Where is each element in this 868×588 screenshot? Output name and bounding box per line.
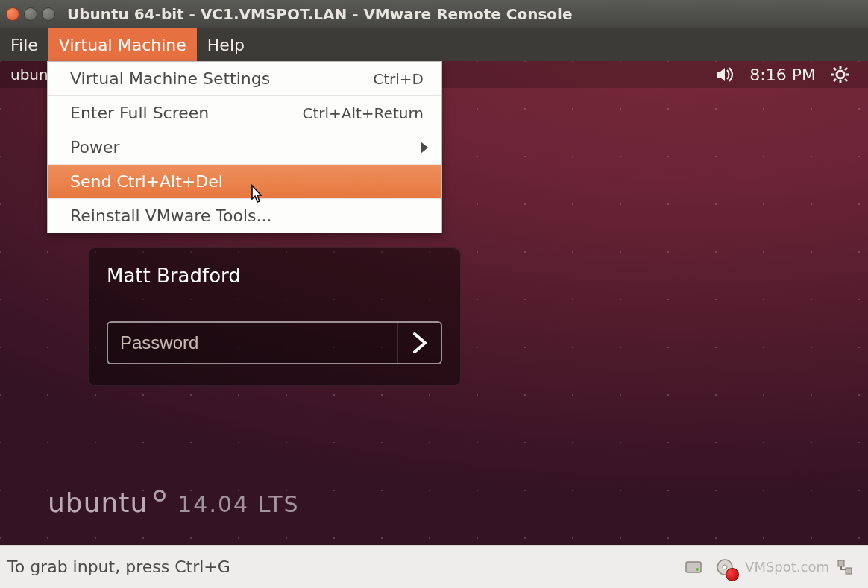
svg-line-5 [834, 68, 836, 70]
svg-point-12 [723, 565, 727, 569]
svg-line-7 [845, 68, 847, 70]
gear-icon[interactable] [831, 65, 850, 84]
menubar: File Virtual Machine Help [0, 28, 868, 61]
watermark: VMSpot.com [745, 559, 829, 575]
menu-item-label: Virtual Machine Settings [70, 69, 270, 88]
statusbar-hint: To grab input, press Ctrl+G [7, 557, 230, 576]
ubuntu-version: 14.04 LTS [177, 491, 299, 517]
svg-rect-9 [686, 562, 701, 572]
menu-item-label: Power [70, 138, 120, 157]
password-field-wrap [107, 321, 442, 364]
panel-left-label: ubun [10, 66, 48, 83]
menu-virtual-machine[interactable]: Virtual Machine [48, 28, 197, 61]
login-card: Matt Bradford [88, 247, 461, 386]
network-icon[interactable] [834, 556, 856, 578]
svg-rect-13 [838, 560, 844, 566]
menu-item-label: Reinstall VMware Tools... [70, 206, 271, 225]
virtual-machine-menu-dropdown: Virtual Machine Settings Ctrl+D Enter Fu… [47, 61, 442, 233]
window-title: Ubuntu 64-bit - VC1.VMSPOT.LAN - VMware … [67, 5, 573, 23]
login-submit-button[interactable] [397, 323, 441, 363]
cdrom-icon[interactable] [714, 556, 736, 578]
svg-line-6 [845, 79, 847, 81]
menu-item-power[interactable]: Power [48, 130, 441, 165]
ubuntu-circle-of-friends-icon [154, 490, 166, 502]
svg-point-0 [837, 71, 844, 78]
chevron-right-icon [412, 332, 428, 353]
chevron-right-icon [421, 142, 428, 154]
window-titlebar: Ubuntu 64-bit - VC1.VMSPOT.LAN - VMware … [0, 0, 868, 28]
menu-help[interactable]: Help [197, 28, 255, 61]
window-close-button[interactable] [6, 7, 19, 21]
disk-icon[interactable] [682, 556, 705, 578]
ubuntu-wordmark: ubuntu [48, 487, 148, 518]
login-username: Matt Bradford [107, 265, 442, 287]
menu-item-reinstall-vmware-tools[interactable]: Reinstall VMware Tools... [48, 199, 441, 233]
volume-icon[interactable] [715, 66, 735, 83]
window-maximize-button[interactable] [42, 7, 55, 21]
menu-item-shortcut: Ctrl+D [373, 70, 424, 88]
window-minimize-button[interactable] [24, 7, 37, 21]
ubuntu-branding: ubuntu 14.04 LTS [48, 487, 300, 518]
svg-line-8 [834, 79, 836, 81]
svg-rect-14 [846, 568, 852, 574]
menu-item-send-ctrl-alt-del[interactable]: Send Ctrl+Alt+Del [48, 165, 441, 199]
panel-clock[interactable]: 8:16 PM [749, 66, 816, 84]
menu-item-label: Send Ctrl+Alt+Del [70, 172, 223, 191]
password-input[interactable] [108, 332, 397, 353]
statusbar: To grab input, press Ctrl+G VMSpot.com [0, 545, 868, 588]
menu-item-label: Enter Full Screen [70, 104, 209, 122]
menu-item-enter-fullscreen[interactable]: Enter Full Screen Ctrl+Alt+Return [48, 96, 441, 130]
window-controls [6, 7, 55, 21]
menu-item-vm-settings[interactable]: Virtual Machine Settings Ctrl+D [48, 62, 441, 96]
svg-point-10 [696, 568, 699, 571]
menu-file[interactable]: File [0, 28, 48, 61]
menu-item-shortcut: Ctrl+Alt+Return [302, 104, 424, 122]
